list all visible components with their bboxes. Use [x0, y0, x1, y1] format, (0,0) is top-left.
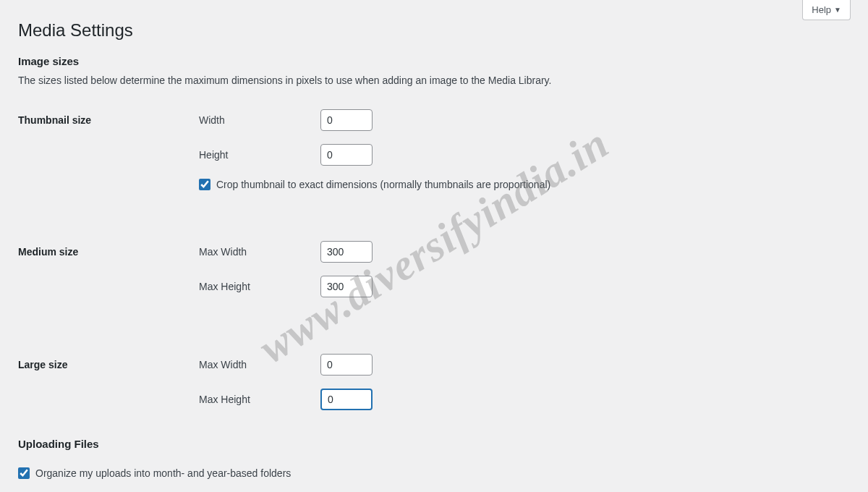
organize-uploads-checkbox[interactable] [18, 467, 30, 479]
image-sizes-description: The sizes listed below determine the max… [18, 75, 850, 86]
thumbnail-crop-label: Crop thumbnail to exact dimensions (norm… [216, 179, 550, 190]
thumbnail-crop-checkbox[interactable] [199, 179, 210, 190]
help-toggle[interactable]: Help ▼ [802, 0, 851, 20]
large-max-width-input[interactable] [320, 354, 373, 376]
large-size-label: Large size [18, 348, 199, 429]
medium-max-width-input[interactable] [320, 241, 373, 263]
thumbnail-width-input[interactable] [320, 109, 373, 131]
large-max-width-label: Max Width [199, 359, 320, 370]
page-title: Media Settings [18, 20, 850, 41]
thumbnail-height-label: Height [199, 149, 320, 161]
large-max-height-input[interactable] [320, 389, 373, 410]
image-sizes-heading: Image sizes [18, 55, 850, 67]
thumbnail-width-label: Width [199, 114, 320, 126]
chevron-down-icon: ▼ [834, 6, 841, 14]
large-max-height-label: Max Height [199, 394, 320, 405]
thumbnail-height-input[interactable] [320, 144, 373, 166]
help-label: Help [812, 4, 831, 15]
medium-size-label: Medium size [18, 235, 199, 316]
thumbnail-size-label: Thumbnail size [18, 103, 199, 203]
organize-uploads-label: Organize my uploads into month- and year… [35, 467, 291, 479]
medium-max-height-input[interactable] [320, 276, 373, 297]
medium-max-height-label: Max Height [199, 281, 320, 292]
uploading-files-heading: Uploading Files [18, 438, 850, 450]
medium-max-width-label: Max Width [199, 246, 320, 258]
